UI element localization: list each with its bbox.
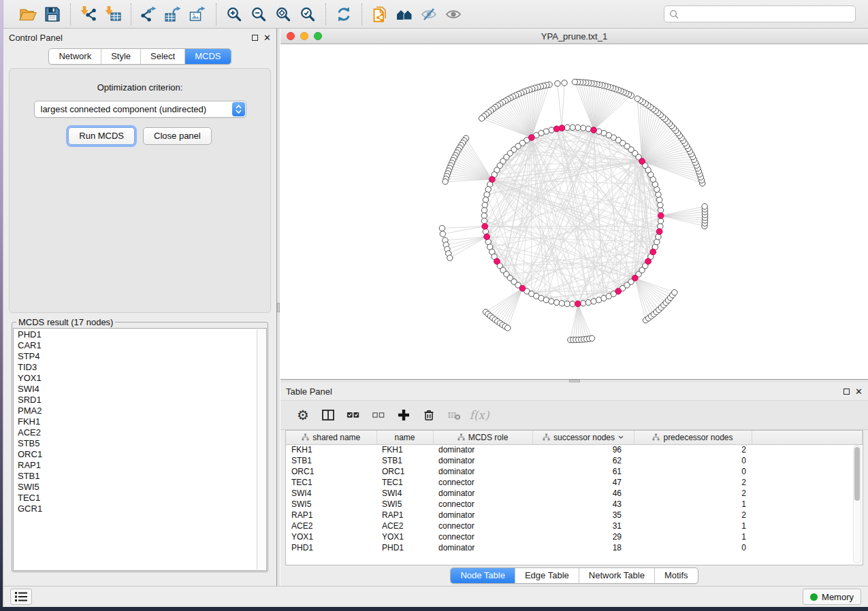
zoom-out-button[interactable] — [246, 4, 271, 24]
tab-network[interactable]: Network — [49, 49, 101, 64]
show-columns-icon — [321, 408, 335, 422]
new-network-from-selection-button[interactable] — [368, 4, 392, 24]
zoom-fit-button[interactable] — [271, 4, 295, 24]
export-table-button[interactable] — [161, 4, 186, 24]
mcds-result-item[interactable]: SRD1 — [14, 395, 257, 406]
memory-status-icon — [810, 593, 818, 601]
network-graph[interactable] — [280, 44, 868, 379]
tab-node-table[interactable]: Node Table — [451, 568, 515, 583]
float-panel-icon[interactable] — [252, 35, 258, 41]
import-table-file-button[interactable] — [101, 4, 125, 24]
mcds-result-item[interactable]: STP4 — [14, 351, 257, 362]
status-bar: Memory — [3, 586, 868, 607]
mcds-result-item[interactable]: TID3 — [14, 362, 257, 373]
toolbar-group — [10, 3, 70, 25]
delete-column-icon — [422, 408, 436, 422]
memory-button[interactable]: Memory — [803, 589, 861, 605]
table-row[interactable]: SWI5SWI5connector431 — [286, 499, 863, 510]
save-session-icon — [44, 6, 61, 22]
column-header-successor-nodes[interactable]: successor nodes — [532, 431, 634, 444]
clear-table-button — [444, 405, 464, 425]
mcds-result-item[interactable]: CAR1 — [14, 340, 257, 351]
hide-selection-button[interactable] — [417, 4, 441, 24]
column-header-shared-name[interactable]: shared name — [286, 431, 376, 444]
show-all-button[interactable] — [441, 4, 466, 24]
hide-selection-icon — [420, 6, 438, 22]
column-header-predecessor-nodes[interactable]: predecessor nodes — [634, 431, 752, 444]
splitter-grip-icon[interactable] — [277, 303, 280, 312]
mcds-result-item[interactable]: PMA2 — [14, 406, 257, 416]
apply-preferred-layout-button[interactable] — [332, 4, 356, 24]
select-first-neighbors-button[interactable] — [392, 4, 417, 24]
mcds-result-item[interactable]: ACE2 — [14, 427, 257, 438]
mcds-result-item[interactable]: SWI4 — [14, 384, 257, 395]
criterion-selected-value: largest connected component (undirected) — [41, 104, 207, 114]
close-panel-icon[interactable]: ✕ — [855, 387, 863, 396]
tab-edge-table[interactable]: Edge Table — [515, 568, 579, 583]
open-file-button[interactable] — [16, 4, 40, 24]
table-row[interactable]: ACE2ACE2connector311 — [286, 521, 863, 531]
mcds-result-item[interactable]: FKH1 — [14, 416, 257, 427]
toolbar-group — [216, 3, 325, 25]
deselect-all-rows-button[interactable] — [368, 405, 389, 425]
task-history-button[interactable] — [10, 589, 32, 605]
zoom-selected-button[interactable] — [295, 4, 320, 24]
mcds-list-scrollbar[interactable] — [257, 329, 266, 569]
export-network-button[interactable] — [137, 4, 161, 24]
table-scrollbar[interactable] — [853, 445, 861, 563]
mcds-result-item[interactable]: STB1 — [14, 471, 257, 482]
shared-column-icon — [302, 433, 309, 441]
table-row[interactable]: YOX1YOX1connector291 — [286, 531, 863, 542]
search-input[interactable] — [682, 7, 851, 21]
horizontal-splitter[interactable] — [280, 379, 868, 382]
node-table: shared namenameMCDS rolesuccessor nodesp… — [286, 431, 863, 553]
zoom-selected-icon — [299, 6, 317, 22]
run-mcds-button[interactable]: Run MCDS — [68, 127, 135, 145]
select-first-neighbors-icon — [396, 6, 413, 22]
table-row[interactable]: ORC1ORC1dominator610 — [286, 466, 863, 477]
table-row[interactable]: SWI4SWI4dominator462 — [286, 488, 863, 499]
tab-mcds[interactable]: MCDS — [184, 49, 230, 64]
table-row[interactable]: STB1STB1dominator620 — [286, 455, 863, 466]
mcds-result-item[interactable]: GCR1 — [14, 503, 257, 514]
vertical-splitter[interactable] — [276, 29, 280, 586]
import-network-file-button[interactable] — [76, 4, 101, 24]
tab-network-table[interactable]: Network Table — [579, 568, 654, 583]
select-all-rows-button[interactable] — [343, 405, 364, 425]
show-columns-button[interactable] — [318, 405, 338, 425]
export-table-icon — [165, 6, 182, 22]
mcds-result-item[interactable]: RAP1 — [14, 460, 257, 471]
mcds-result-item[interactable]: YOX1 — [14, 373, 257, 384]
close-panel-icon[interactable]: ✕ — [263, 33, 271, 42]
table-row[interactable]: RAP1RAP1dominator352 — [286, 510, 863, 521]
optimization-criterion-select[interactable]: largest connected component (undirected) — [34, 101, 246, 118]
zoom-in-button[interactable] — [222, 4, 246, 24]
delete-column-button[interactable] — [419, 405, 439, 425]
add-column-button[interactable] — [393, 405, 414, 425]
tab-motifs[interactable]: Motifs — [654, 568, 698, 583]
float-panel-icon[interactable] — [843, 389, 850, 395]
save-session-button[interactable] — [40, 4, 65, 24]
table-row[interactable]: FKH1FKH1dominator962 — [286, 444, 863, 455]
mcds-result-item[interactable]: TEC1 — [14, 493, 257, 503]
tab-style[interactable]: Style — [101, 49, 140, 64]
network-canvas[interactable] — [280, 44, 868, 379]
mcds-result-item[interactable]: SWI5 — [14, 482, 257, 493]
table-scrollbar-thumb[interactable] — [854, 447, 860, 501]
mcds-result-item[interactable]: ORC1 — [14, 449, 257, 460]
table-panel-title: Table Panel — [286, 386, 843, 397]
mcds-result-item[interactable]: PHD1 — [14, 329, 257, 340]
table-row[interactable]: PHD1PHD1dominator180 — [286, 542, 863, 553]
select-stepper-icon — [232, 102, 245, 116]
export-image-button[interactable] — [186, 4, 210, 24]
splitter-grip-icon[interactable] — [569, 380, 580, 382]
mcds-result-item[interactable]: STB5 — [14, 438, 257, 449]
table-row[interactable]: TEC1TEC1connector472 — [286, 477, 863, 488]
table-settings-button[interactable]: ⚙ — [293, 405, 313, 425]
column-header-MCDS-role[interactable]: MCDS role — [433, 431, 532, 444]
column-header-name[interactable]: name — [376, 431, 433, 444]
tab-select[interactable]: Select — [140, 49, 184, 64]
close-panel-button[interactable]: Close panel — [143, 127, 212, 145]
export-network-icon — [140, 6, 158, 22]
memory-label: Memory — [822, 592, 854, 602]
